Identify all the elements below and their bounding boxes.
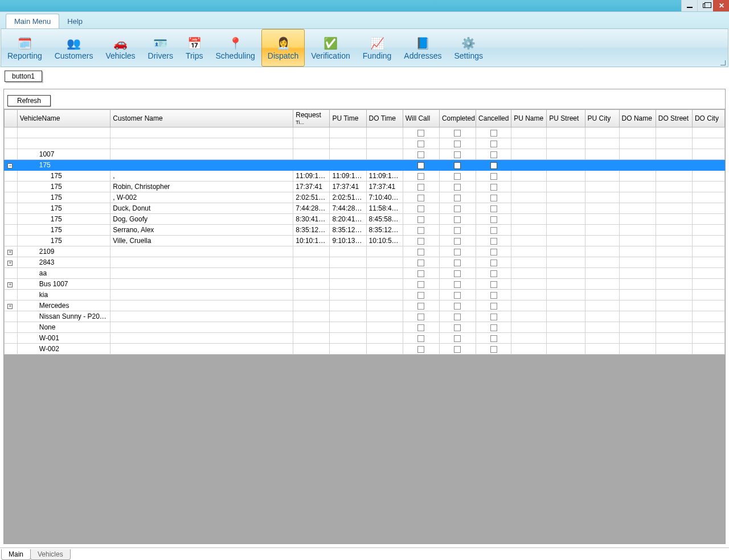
table-row[interactable]: 1007	[5, 149, 725, 160]
cell-cancelled[interactable]	[476, 333, 511, 344]
row-expander[interactable]: +	[5, 257, 18, 268]
row-expander[interactable]	[5, 311, 18, 322]
cell-cancelled[interactable]	[476, 279, 511, 290]
checkbox-icon[interactable]	[490, 238, 497, 245]
table-row[interactable]: +2843	[5, 257, 725, 268]
checkbox-icon[interactable]	[417, 205, 424, 212]
cell-willcall[interactable]	[403, 225, 439, 236]
checkbox-icon[interactable]	[417, 238, 424, 245]
col-header[interactable]: DO City	[692, 110, 724, 127]
tool-customers[interactable]: 👥Customers	[48, 29, 100, 67]
tool-reporting[interactable]: 🗓️Reporting	[1, 29, 48, 67]
checkbox-icon[interactable]	[490, 205, 497, 212]
checkbox-icon[interactable]	[417, 151, 424, 158]
cell-willcall[interactable]	[403, 344, 439, 355]
table-row[interactable]: +Bus 1007	[5, 279, 725, 290]
checkbox-icon[interactable]	[454, 205, 461, 212]
bottom-tab-main[interactable]: Main	[1, 549, 31, 560]
tool-trips[interactable]: 📅Trips	[179, 29, 210, 67]
tool-funding[interactable]: 📈Funding	[357, 29, 398, 67]
checkbox-icon[interactable]	[490, 314, 497, 320]
row-expander[interactable]	[5, 236, 18, 246]
tool-scheduling[interactable]: 📍Scheduling	[209, 29, 261, 67]
checkbox-icon[interactable]	[490, 303, 497, 310]
cell-willcall[interactable]	[403, 257, 439, 268]
checkbox-icon[interactable]	[417, 270, 424, 277]
ribbon-tab-help[interactable]: Help	[59, 14, 91, 28]
tool-settings[interactable]: ⚙️Settings	[448, 29, 489, 67]
bottom-tab-vehicles[interactable]: Vehicles	[30, 549, 71, 560]
checkbox-icon[interactable]	[490, 292, 497, 299]
row-expander[interactable]	[5, 203, 18, 214]
row-expander[interactable]	[5, 192, 18, 203]
cell-completed[interactable]	[439, 203, 476, 214]
checkbox-icon[interactable]	[417, 346, 424, 353]
checkbox-icon[interactable]	[417, 141, 424, 147]
table-row[interactable]: 175Ville, Cruella10:10:13 ...9:10:13 PM1…	[5, 236, 725, 246]
table-row[interactable]: None	[5, 322, 725, 333]
cell-willcall[interactable]	[403, 236, 439, 246]
maximize-button[interactable]	[697, 0, 713, 11]
row-expander[interactable]: −	[5, 160, 18, 171]
cell-willcall[interactable]	[403, 214, 439, 225]
col-header[interactable]: VehicleName	[17, 110, 110, 127]
cell-completed[interactable]	[439, 192, 476, 203]
checkbox-icon[interactable]	[490, 324, 497, 331]
tool-dispatch[interactable]: 👩‍💼Dispatch	[261, 29, 305, 67]
checkbox-icon[interactable]	[454, 249, 461, 256]
checkbox-icon[interactable]	[454, 281, 461, 288]
checkbox-icon[interactable]	[490, 195, 497, 201]
cell-completed[interactable]	[439, 149, 476, 160]
checkbox-icon[interactable]	[417, 303, 424, 310]
checkbox-icon[interactable]	[417, 173, 424, 180]
checkbox-icon[interactable]	[417, 249, 424, 256]
checkbox-icon[interactable]	[490, 184, 497, 191]
cell-completed[interactable]	[439, 257, 476, 268]
table-row[interactable]: 175,11:09:12 ...11:09:12 ...11:09:12 ...	[5, 171, 725, 182]
cell-cancelled[interactable]	[476, 225, 511, 236]
col-header[interactable]: Customer Name	[110, 110, 293, 127]
row-expander[interactable]: +	[5, 279, 18, 290]
cell-cancelled[interactable]	[476, 160, 511, 171]
cell-willcall[interactable]	[403, 290, 439, 300]
checkbox-icon[interactable]	[454, 173, 461, 180]
table-row[interactable]: 175Serrano, Alex8:35:12 PM8:35:12 PM8:35…	[5, 225, 725, 236]
cell-willcall[interactable]	[403, 192, 439, 203]
refresh-button[interactable]: Refresh	[7, 95, 51, 106]
button1[interactable]: button1	[5, 71, 42, 82]
row-expander[interactable]	[5, 322, 18, 333]
cell-completed[interactable]	[439, 127, 476, 138]
checkbox-icon[interactable]	[490, 249, 497, 256]
cell-cancelled[interactable]	[476, 182, 511, 192]
row-expander[interactable]	[5, 268, 18, 279]
cell-willcall[interactable]	[403, 268, 439, 279]
table-row[interactable]: Nissan Sunny - P20486	[5, 311, 725, 322]
checkbox-icon[interactable]	[490, 216, 497, 223]
row-expander[interactable]	[5, 182, 18, 192]
cell-willcall[interactable]	[403, 279, 439, 290]
row-expander[interactable]	[5, 138, 18, 149]
cell-completed[interactable]	[439, 300, 476, 311]
checkbox-icon[interactable]	[417, 216, 424, 223]
row-expander[interactable]: +	[5, 300, 18, 311]
checkbox-icon[interactable]	[417, 162, 424, 169]
checkbox-icon[interactable]	[417, 195, 424, 201]
checkbox-icon[interactable]	[454, 238, 461, 245]
cell-cancelled[interactable]	[476, 257, 511, 268]
cell-cancelled[interactable]	[476, 268, 511, 279]
row-expander[interactable]	[5, 149, 18, 160]
cell-willcall[interactable]	[403, 127, 439, 138]
checkbox-icon[interactable]	[417, 281, 424, 288]
cell-cancelled[interactable]	[476, 127, 511, 138]
table-row[interactable]: 175Duck, Donut7:44:28 PM7:44:28 PM11:58:…	[5, 203, 725, 214]
checkbox-icon[interactable]	[417, 260, 424, 266]
row-expander[interactable]	[5, 344, 18, 355]
cell-cancelled[interactable]	[476, 344, 511, 355]
row-expander[interactable]	[5, 127, 18, 138]
row-expander[interactable]: +	[5, 246, 18, 257]
cell-cancelled[interactable]	[476, 246, 511, 257]
checkbox-icon[interactable]	[490, 227, 497, 234]
checkbox-icon[interactable]	[454, 227, 461, 234]
checkbox-icon[interactable]	[490, 151, 497, 158]
dispatch-grid[interactable]: VehicleNameCustomer NameRequestTi...PU T…	[4, 109, 725, 355]
